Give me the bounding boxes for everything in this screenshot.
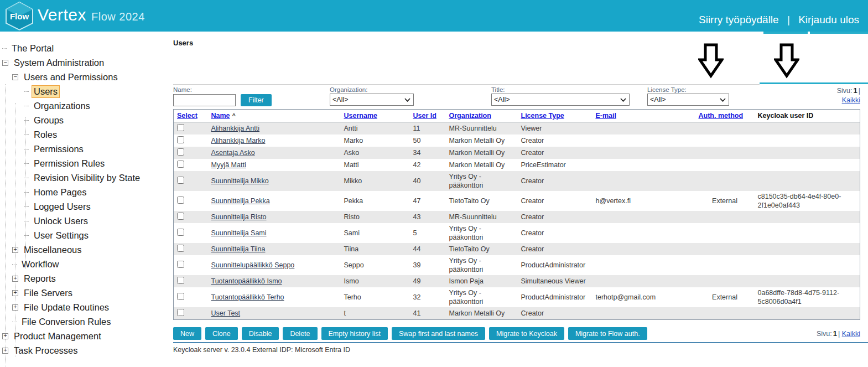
user-name-link[interactable]: Alihankkija Marko [211, 137, 266, 144]
column-sort-link[interactable]: Select [177, 112, 197, 120]
filter-button[interactable]: Filter [241, 94, 272, 106]
column-sort-link[interactable]: Name [211, 112, 230, 120]
migrate-to-flow-auth-button[interactable]: Migrate to Flow auth. [568, 327, 647, 340]
sidebar-item-reports[interactable]: +Reports [0, 271, 171, 286]
empty-history-list-button[interactable]: Empty history list [321, 327, 388, 340]
column-sort-link[interactable]: Organization [449, 112, 491, 120]
sidebar-item-label[interactable]: Workflow [19, 258, 61, 271]
sidebar-item-label[interactable]: Users and Permissions [22, 71, 120, 84]
expand-icon[interactable]: + [12, 276, 18, 282]
sidebar-item-permission-rules[interactable]: Permission Rules [0, 156, 171, 170]
row-select-checkbox[interactable] [177, 293, 184, 300]
disable-button[interactable]: Disable [242, 327, 279, 340]
user-name-link[interactable]: Tuotantopäällikkö Terho [211, 293, 284, 301]
user-name-link[interactable]: Suunnittelija Risto [211, 213, 267, 221]
swap-first-and-last-names-button[interactable]: Swap first and last names [392, 327, 485, 340]
user-name-link[interactable]: Asentaja Asko [211, 149, 255, 157]
sidebar-item-roles[interactable]: Roles [0, 127, 171, 142]
user-name-link[interactable]: Myyjä Matti [211, 161, 246, 169]
title-filter-select[interactable]: <All> [491, 94, 630, 106]
sidebar-item-file-conversion-rules[interactable]: File Conversion Rules [0, 314, 171, 329]
expand-icon[interactable]: + [12, 247, 18, 253]
sidebar-item-label[interactable]: Unlock Users [32, 215, 90, 228]
clone-button[interactable]: Clone [205, 327, 238, 340]
sidebar-item-groups[interactable]: Groups [0, 113, 171, 127]
sidebar-item-label[interactable]: Organizations [32, 100, 92, 112]
sidebar-item-home-pages[interactable]: Home Pages [0, 185, 171, 199]
row-select-checkbox[interactable] [177, 177, 184, 184]
name-filter-input[interactable] [173, 94, 236, 106]
column-sort-link[interactable]: Auth. method [699, 112, 744, 120]
new-button[interactable]: New [173, 327, 201, 340]
column-sort-link[interactable]: User Id [413, 112, 436, 120]
user-name-link[interactable]: Alihankkija Antti [211, 125, 260, 132]
row-select-checkbox[interactable] [177, 161, 184, 168]
license-type-filter-select[interactable]: <All> [647, 94, 729, 106]
row-select-checkbox[interactable] [177, 213, 184, 220]
user-name-link[interactable]: Suunnittelija Sami [211, 229, 267, 237]
migrate-to-keycloak-button[interactable]: Migrate to Keycloak [489, 327, 564, 340]
sidebar-item-label[interactable]: Groups [32, 114, 66, 127]
sidebar-item-label[interactable]: Roles [32, 128, 59, 141]
row-select-checkbox[interactable] [177, 261, 184, 268]
sidebar-item-label[interactable]: File Servers [22, 287, 75, 299]
row-select-checkbox[interactable] [177, 309, 184, 316]
show-all-link[interactable]: Kaikki [842, 96, 860, 104]
sidebar-item-unlock-users[interactable]: Unlock Users [0, 214, 171, 228]
row-select-checkbox[interactable] [177, 277, 184, 284]
organization-filter-select[interactable]: <All> [330, 94, 414, 106]
sidebar-item-label[interactable]: File Update Routines [22, 301, 111, 314]
collapse-icon[interactable]: − [2, 60, 8, 66]
sidebar-item-label[interactable]: Permission Rules [32, 157, 107, 170]
row-select-checkbox[interactable] [177, 136, 184, 143]
user-name-link[interactable]: Suunnittelupäällikkö Seppo [211, 261, 295, 269]
row-select-checkbox[interactable] [177, 124, 184, 131]
row-select-checkbox[interactable] [177, 245, 184, 252]
user-name-link[interactable]: Suunnittelija Mikko [211, 177, 269, 185]
sidebar-item-permissions[interactable]: Permissions [0, 142, 171, 156]
sidebar-item-label[interactable]: System Administration [12, 56, 106, 69]
sidebar-item-label[interactable]: Users [32, 85, 60, 98]
user-name-link[interactable]: User Test [211, 309, 241, 317]
user-name-link[interactable]: Tuotantopäällikkö Ismo [211, 277, 282, 285]
sidebar-item-label[interactable]: Reports [22, 272, 58, 285]
sidebar-item-label[interactable]: User Settings [32, 229, 91, 242]
user-name-link[interactable]: Suunnittelija Pekka [211, 197, 270, 205]
sidebar-item-miscellaneous[interactable]: +Miscellaneous [0, 242, 171, 257]
sidebar-item-label[interactable]: File Conversion Rules [19, 316, 113, 328]
user-name-link[interactable]: Suunnittelija Tiina [211, 245, 266, 253]
sidebar-item-revision-visibility-by-state[interactable]: Revision Visibility by State [0, 170, 171, 185]
show-all-link[interactable]: Kaikki [842, 330, 860, 338]
sidebar-item-label[interactable]: Permissions [32, 143, 86, 156]
expand-icon[interactable]: + [2, 348, 8, 354]
expand-icon[interactable]: + [2, 333, 8, 339]
logout-link[interactable]: Kirjaudu ulos [798, 14, 859, 25]
sidebar-item-logged-users[interactable]: Logged Users [0, 199, 171, 214]
sidebar-item-task-processes[interactable]: +Task Processes [0, 343, 171, 358]
collapse-icon[interactable]: − [12, 74, 18, 80]
row-select-checkbox[interactable] [177, 148, 184, 156]
sidebar-item-label[interactable]: Revision Visibility by State [32, 172, 142, 184]
sidebar-item-workflow[interactable]: Workflow [0, 257, 171, 271]
sidebar-item-label[interactable]: The Portal [9, 42, 56, 55]
sidebar-item-file-update-routines[interactable]: +File Update Routines [0, 300, 171, 314]
sidebar-item-label[interactable]: Miscellaneous [22, 244, 84, 256]
sidebar-item-users[interactable]: Users [0, 84, 171, 99]
sidebar-item-the-portal[interactable]: The Portal [0, 41, 171, 55]
expand-icon[interactable]: + [12, 304, 18, 311]
sidebar-item-users-and-permissions[interactable]: −Users and Permissions [0, 70, 171, 84]
row-select-checkbox[interactable] [177, 197, 184, 204]
sidebar-item-label[interactable]: Home Pages [32, 186, 89, 199]
sidebar-item-file-servers[interactable]: +File Servers [0, 286, 171, 300]
sidebar-item-label[interactable]: Logged Users [32, 200, 93, 213]
sidebar-item-user-settings[interactable]: User Settings [0, 228, 171, 242]
sidebar-item-label[interactable]: Task Processes [12, 344, 80, 357]
sidebar-item-label[interactable]: Product Management [12, 330, 103, 343]
column-sort-link[interactable]: Username [344, 112, 377, 120]
sidebar-item-product-management[interactable]: +Product Management [0, 329, 171, 343]
row-select-checkbox[interactable] [177, 229, 184, 236]
sidebar-item-organizations[interactable]: Organizations [0, 99, 171, 113]
expand-icon[interactable]: + [12, 290, 18, 296]
column-sort-link[interactable]: License Type [521, 112, 564, 120]
column-sort-link[interactable]: E-mail [596, 112, 617, 120]
